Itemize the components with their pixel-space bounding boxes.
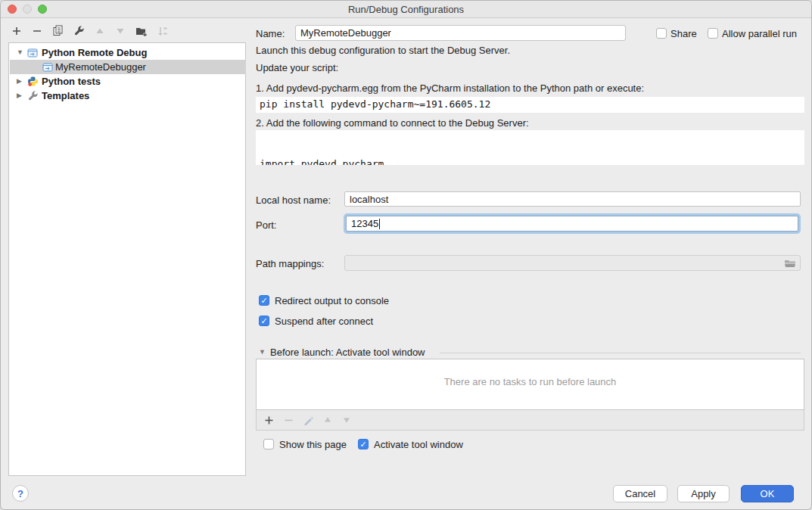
- chevron-right-icon[interactable]: [17, 77, 22, 85]
- suspend-after-connect-checkbox[interactable]: [259, 316, 269, 326]
- path-mappings-label: Path mappings:: [256, 258, 324, 269]
- edit-defaults-wrench-icon[interactable]: [73, 25, 85, 36]
- empty-task-list-text: There are no tasks to run before launch: [257, 376, 804, 387]
- browse-folder-icon[interactable]: [784, 258, 796, 269]
- step1-text: 1. Add pydevd-pycharm.egg from the PyCha…: [256, 82, 644, 94]
- remote-debug-icon: [27, 48, 38, 58]
- before-launch-collapse-icon[interactable]: [259, 348, 266, 356]
- help-button[interactable]: ?: [12, 485, 29, 502]
- sort-alphabetically-icon: [157, 26, 168, 36]
- share-label: Share: [670, 28, 697, 39]
- tree-item-label: Templates: [42, 90, 89, 101]
- description-line-2: Update your script:: [256, 62, 338, 73]
- tree-item-label: MyRemoteDebugger: [55, 61, 146, 73]
- pip-install-snippet[interactable]: pip install pydevd-pycharm~=191.6605.12: [256, 97, 804, 113]
- settrace-line-1: import pydevd_pycharm: [260, 157, 801, 165]
- apply-button[interactable]: Apply: [677, 485, 730, 502]
- section-divider: [440, 353, 801, 353]
- local-host-name-label: Local host name:: [256, 194, 331, 206]
- python-tests-icon: [27, 76, 39, 87]
- port-value: 12345: [351, 218, 378, 229]
- share-checkbox[interactable]: [656, 28, 667, 39]
- cancel-button[interactable]: Cancel: [613, 485, 667, 502]
- redirect-output-label: Redirect output to console: [275, 295, 389, 306]
- show-this-page-checkbox[interactable]: [263, 439, 274, 449]
- port-input[interactable]: 12345: [346, 216, 798, 232]
- name-input[interactable]: [295, 25, 626, 41]
- tree-item-label: Python tests: [42, 76, 101, 87]
- activate-tool-window-checkbox[interactable]: [358, 439, 369, 449]
- before-launch-header: Before launch: Activate tool window: [270, 347, 425, 358]
- tree-item-label: Python Remote Debug: [42, 47, 147, 58]
- tree-item-myremotedebugger[interactable]: MyRemoteDebugger: [10, 60, 246, 74]
- wrench-icon: [27, 90, 39, 101]
- name-label: Name:: [256, 28, 285, 39]
- chevron-down-icon[interactable]: [17, 48, 23, 56]
- copy-icon[interactable]: [52, 25, 64, 36]
- description-line-1: Launch this debug configuration to start…: [256, 45, 510, 56]
- path-mappings-input[interactable]: [344, 255, 801, 271]
- remove-icon[interactable]: [32, 26, 42, 36]
- suspend-after-connect-label: Suspend after connect: [275, 316, 373, 327]
- run-debug-configurations-dialog: Run/Debug Configurations Python Remote D…: [0, 0, 812, 510]
- allow-parallel-run-checkbox[interactable]: [708, 28, 718, 39]
- allow-parallel-run-label: Allow parallel run: [722, 28, 797, 39]
- local-host-name-input[interactable]: [344, 191, 801, 207]
- tree-toolbar: [11, 25, 168, 36]
- add-task-icon[interactable]: [264, 415, 274, 425]
- tree-item-python-tests[interactable]: Python tests: [10, 74, 246, 89]
- step2-text: 2. Add the following command to connect …: [256, 117, 529, 129]
- move-task-up-icon: [323, 415, 332, 424]
- move-up-icon: [95, 26, 105, 36]
- titlebar: Run/Debug Configurations: [1, 1, 811, 18]
- move-task-down-icon: [342, 415, 351, 424]
- before-launch-task-list: There are no tasks to run before launch: [256, 359, 804, 410]
- chevron-right-icon[interactable]: [17, 92, 22, 99]
- redirect-output-checkbox[interactable]: [259, 295, 269, 306]
- add-icon[interactable]: [11, 26, 22, 36]
- remote-debug-icon: [42, 62, 53, 73]
- remove-task-icon: [284, 415, 294, 425]
- window-title: Run/Debug Configurations: [1, 4, 811, 15]
- show-this-page-label: Show this page: [279, 439, 347, 450]
- new-folder-icon[interactable]: [135, 26, 148, 36]
- edit-task-pencil-icon: [303, 415, 313, 425]
- ok-button[interactable]: OK: [741, 485, 794, 502]
- activate-tool-window-label: Activate tool window: [374, 439, 463, 450]
- settrace-snippet[interactable]: import pydevd_pycharm pydevd_pycharm.set…: [256, 130, 804, 165]
- port-label: Port:: [256, 219, 276, 231]
- text-caret: [379, 219, 380, 229]
- task-list-toolbar: [256, 410, 804, 431]
- configurations-tree: Python Remote Debug MyRemoteDebugger Pyt…: [8, 42, 246, 476]
- tree-item-templates[interactable]: Templates: [10, 89, 246, 103]
- move-down-icon: [115, 26, 126, 36]
- tree-item-python-remote-debug[interactable]: Python Remote Debug: [10, 45, 246, 60]
